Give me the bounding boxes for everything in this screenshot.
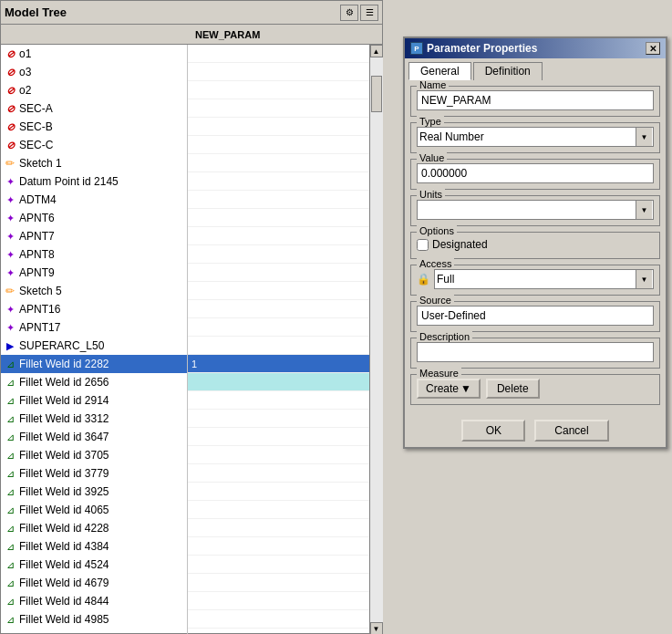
- param-row: [188, 264, 369, 282]
- param-row[interactable]: [188, 373, 369, 391]
- tree-item[interactable]: ⊘SEC-C: [1, 136, 187, 154]
- tree-item[interactable]: ⊘o3: [1, 63, 187, 81]
- param-row: [188, 191, 369, 209]
- tree-item[interactable]: ✦APNT9: [1, 264, 187, 282]
- tree-item-label: SEC-C: [19, 139, 53, 151]
- cancel-button[interactable]: Cancel: [534, 420, 608, 442]
- param-row: [188, 99, 369, 118]
- tree-item[interactable]: ✦APNT6: [1, 209, 187, 227]
- param-row: [188, 45, 369, 63]
- tree-item-icon: ✦: [3, 229, 17, 244]
- source-input[interactable]: [417, 306, 654, 326]
- tree-item[interactable]: ⊿Fillet Weld id 4384: [1, 537, 187, 556]
- tree-item[interactable]: ⊿Fillet Weld id 2282: [1, 355, 187, 373]
- tree-item[interactable]: ✏Sketch 1: [1, 154, 187, 172]
- tree-item[interactable]: ⊿Fillet Weld id 2656: [1, 373, 187, 391]
- tree-item[interactable]: ⊘SEC-B: [1, 118, 187, 136]
- tree-item-icon: ⊘: [3, 47, 17, 61]
- source-group: Source: [410, 301, 660, 332]
- tree-item-label: APNT9: [19, 266, 55, 279]
- ok-button[interactable]: OK: [461, 420, 525, 442]
- tree-item-icon: ⊿: [3, 521, 17, 535]
- param-row: [188, 154, 369, 172]
- measure-label: Measure: [417, 368, 461, 379]
- tree-item[interactable]: ▶SUPERARC_L50: [1, 337, 187, 355]
- param-row: [188, 300, 369, 318]
- designated-checkbox[interactable]: [417, 239, 429, 251]
- scroll-up-button[interactable]: ▲: [370, 45, 383, 57]
- tree-item-label: SUPERARC_L50: [19, 339, 104, 352]
- access-select[interactable]: Full Read Only Designated Access: [434, 269, 654, 289]
- tree-item[interactable]: ⊿Fillet Weld id 4679: [1, 574, 187, 592]
- measure-buttons-row: Create ▼ Delete: [417, 379, 654, 399]
- param-row: [188, 136, 369, 154]
- access-select-wrapper: 🔒 Full Read Only Designated Access ▼: [417, 269, 654, 289]
- tree-item[interactable]: ✦APNT17: [1, 318, 187, 337]
- tab-general[interactable]: General: [408, 62, 471, 80]
- tree-item[interactable]: ✦APNT8: [1, 245, 187, 264]
- tree-item[interactable]: ⊿Fillet Weld id 3925: [1, 483, 187, 501]
- param-row: [188, 464, 369, 483]
- description-label: Description: [417, 331, 472, 342]
- type-select[interactable]: Real Number Integer String Boolean Note: [417, 127, 654, 147]
- units-select[interactable]: [417, 200, 654, 220]
- tab-definition[interactable]: Definition: [473, 62, 543, 80]
- tree-item[interactable]: ⊿Fillet Weld id 3647: [1, 428, 187, 446]
- tree-item-label: Fillet Weld id 3647: [19, 431, 109, 443]
- description-input[interactable]: [417, 342, 654, 362]
- param-row: [188, 63, 369, 81]
- dialog-close-button[interactable]: ✕: [646, 42, 660, 55]
- param-row: 1: [188, 355, 369, 373]
- tree-item[interactable]: ⊿Fillet Weld id 2914: [1, 391, 187, 410]
- tree-item[interactable]: ⊿Fillet Weld id 3779: [1, 464, 187, 483]
- tree-item-icon: ⊿: [3, 576, 17, 590]
- tree-item-icon: ⊘: [3, 120, 17, 134]
- tree-item[interactable]: ⊿Fillet Weld id 3705: [1, 446, 187, 464]
- tree-item-label: APNT7: [19, 230, 55, 243]
- param-row: [188, 391, 369, 410]
- tree-item-icon: ⊿: [3, 357, 17, 371]
- dialog-title-left: P Parameter Properties: [410, 42, 537, 55]
- value-group: Value: [410, 159, 660, 190]
- tree-item[interactable]: ⊘o2: [1, 81, 187, 99]
- access-group: Access 🔒 Full Read Only Designated Acces…: [410, 265, 660, 296]
- tree-item[interactable]: ⊘SEC-A: [1, 99, 187, 118]
- units-label: Units: [417, 189, 445, 200]
- toolbar-settings-button[interactable]: ⚙: [340, 5, 358, 21]
- tree-item[interactable]: ✦APNT7: [1, 227, 187, 245]
- type-group: Type Real Number Integer String Boolean …: [410, 122, 660, 153]
- param-row: [188, 483, 369, 501]
- tree-item[interactable]: ⊿Fillet Weld id 4065: [1, 501, 187, 519]
- tree-item-icon: ⊿: [3, 612, 17, 627]
- toolbar-list-button[interactable]: ☰: [360, 5, 378, 21]
- value-input[interactable]: [417, 163, 654, 183]
- scroll-thumb[interactable]: [371, 76, 382, 112]
- tree-item-icon: ✏: [3, 284, 17, 298]
- scroll-down-button[interactable]: ▼: [370, 622, 383, 634]
- delete-button[interactable]: Delete: [486, 379, 540, 399]
- tree-item[interactable]: ⊘o1: [1, 45, 187, 63]
- units-group: Units ▼: [410, 195, 660, 226]
- tree-item-label: ADTM4: [19, 193, 57, 206]
- name-input[interactable]: [417, 90, 654, 110]
- create-button[interactable]: Create ▼: [417, 379, 481, 399]
- tree-item[interactable]: ✏Sketch 5: [1, 282, 187, 300]
- tree-item[interactable]: ⊿Fillet Weld id 3312: [1, 410, 187, 428]
- param-row: [188, 337, 369, 355]
- tree-item[interactable]: ⊿Fillet Weld id 4844: [1, 592, 187, 610]
- tree-item-icon: ✦: [3, 265, 17, 280]
- tree-item[interactable]: ⊿Fillet Weld id 4985: [1, 610, 187, 629]
- param-row: [188, 592, 369, 610]
- param-row: [188, 118, 369, 136]
- tree-item[interactable]: ⊿Fillet Weld id 4524: [1, 556, 187, 574]
- tree-item[interactable]: ✦Datum Point id 2145: [1, 172, 187, 191]
- designated-checkbox-row: Designated: [417, 236, 654, 253]
- measure-group: Measure Create ▼ Delete: [410, 374, 660, 405]
- tree-item-label: Fillet Weld id 4228: [19, 522, 109, 535]
- tree-columns-header: NEW_PARAM: [1, 25, 382, 45]
- tree-item[interactable]: ✦ADTM4: [1, 191, 187, 209]
- tree-item-icon: ✦: [3, 302, 17, 317]
- name-label: Name: [417, 79, 449, 90]
- tree-item[interactable]: ✦APNT16: [1, 300, 187, 318]
- tree-item[interactable]: ⊿Fillet Weld id 4228: [1, 519, 187, 537]
